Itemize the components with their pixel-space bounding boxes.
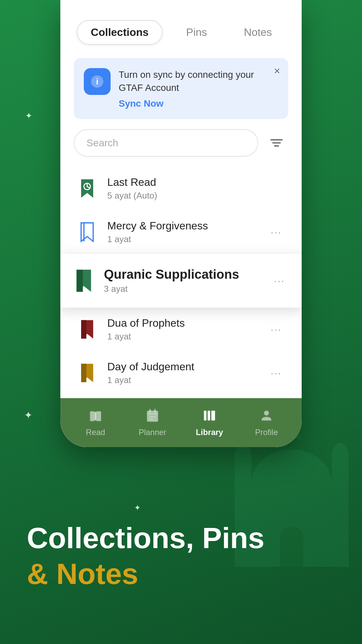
more-button[interactable]: ··· xyxy=(267,223,285,242)
more-button[interactable]: ··· xyxy=(267,364,285,383)
item-title: Last Read xyxy=(107,176,285,189)
search-placeholder: Search xyxy=(86,137,118,149)
promo-subheadline: & Notes xyxy=(27,558,335,590)
nav-label-profile: Profile xyxy=(255,428,278,437)
nav-item-planner[interactable]: Planner xyxy=(124,406,181,437)
sync-text-block: Turn on sync by connecting your GTAF Acc… xyxy=(119,68,278,109)
filter-button[interactable] xyxy=(265,131,288,155)
star-5: ✦ xyxy=(134,503,141,513)
collection-list: Last Read 5 ayat (Auto) Mercy & Forgiven… xyxy=(60,163,302,398)
planner-icon xyxy=(143,406,162,425)
filter-icon xyxy=(269,136,284,150)
item-title: Day of Judgement xyxy=(107,361,257,373)
bookmark-icon-quranic xyxy=(74,271,94,291)
more-button[interactable]: ··· xyxy=(267,320,285,339)
phone-frame: Collections Pins Notes i Turn on sync by… xyxy=(60,0,302,447)
list-item[interactable]: Mercy & Forgiveness 1 ayat ··· xyxy=(60,210,302,254)
bookmark-icon-last-read xyxy=(77,178,97,199)
nav-item-read[interactable]: Read xyxy=(67,406,124,437)
promo-headline: Collections, Pins xyxy=(27,522,335,554)
nav-label-planner: Planner xyxy=(139,428,167,437)
svg-rect-17 xyxy=(147,411,158,422)
item-text-quranic: Quranic Supplications 3 ayat xyxy=(104,267,260,294)
tab-collections[interactable]: Collections xyxy=(77,20,163,45)
tab-pins[interactable]: Pins xyxy=(173,21,220,44)
item-title: Quranic Supplications xyxy=(104,267,260,282)
item-title: Dua of Prophets xyxy=(107,317,257,329)
item-title: Mercy & Forgiveness xyxy=(107,220,257,232)
tab-bar: Collections Pins Notes xyxy=(60,13,302,55)
list-item[interactable]: Dua of Prophets 1 ayat ··· xyxy=(60,308,302,351)
sync-icon: i xyxy=(84,68,111,95)
search-row: Search xyxy=(74,129,288,157)
item-text-mercy: Mercy & Forgiveness 1 ayat xyxy=(107,220,257,245)
item-text-last-read: Last Read 5 ayat (Auto) xyxy=(107,176,285,201)
item-text-dua: Dua of Prophets 1 ayat xyxy=(107,317,257,342)
star-3: ✦ xyxy=(25,111,33,121)
nav-item-library[interactable]: Library xyxy=(181,406,238,437)
svg-rect-25 xyxy=(212,411,215,421)
svg-rect-23 xyxy=(204,411,206,421)
bottom-navigation: Read Planner xyxy=(60,398,302,447)
svg-point-5 xyxy=(332,443,349,470)
star-4: ✦ xyxy=(24,409,33,421)
nav-label-library: Library xyxy=(196,428,223,437)
read-icon xyxy=(86,406,105,425)
item-subtitle: 1 ayat xyxy=(107,331,257,342)
info-icon: i xyxy=(90,74,105,89)
sync-now-link[interactable]: Sync Now xyxy=(119,98,278,109)
item-subtitle: 3 ayat xyxy=(104,284,260,294)
nav-label-read: Read xyxy=(86,428,105,437)
sync-close-button[interactable]: × xyxy=(274,65,280,77)
search-input[interactable]: Search xyxy=(74,129,258,157)
bookmark-icon-dua xyxy=(77,319,97,339)
svg-point-26 xyxy=(264,411,269,416)
list-item[interactable]: Last Read 5 ayat (Auto) xyxy=(60,167,302,210)
sync-title: Turn on sync by connecting your GTAF Acc… xyxy=(119,68,278,94)
phone-content: Collections Pins Notes i Turn on sync by… xyxy=(60,0,302,447)
item-subtitle: 1 ayat xyxy=(107,234,257,245)
more-button[interactable]: ··· xyxy=(270,271,288,290)
svg-rect-24 xyxy=(208,411,210,421)
item-subtitle: 1 ayat xyxy=(107,375,257,385)
svg-text:i: i xyxy=(96,77,98,86)
promo-text-block: Collections, Pins & Notes xyxy=(27,522,335,590)
highlighted-item-wrapper: Quranic Supplications 3 ayat ··· xyxy=(60,254,302,308)
item-text-judgement: Day of Judgement 1 ayat xyxy=(107,361,257,385)
library-icon xyxy=(200,406,219,425)
item-subtitle: 5 ayat (Auto) xyxy=(107,191,285,201)
sync-banner: i Turn on sync by connecting your GTAF A… xyxy=(74,58,288,119)
tab-notes[interactable]: Notes xyxy=(231,21,286,44)
bookmark-icon-judgement xyxy=(77,363,97,383)
bookmark-icon-mercy xyxy=(77,222,97,242)
list-item[interactable]: Quranic Supplications 3 ayat ··· xyxy=(60,257,302,304)
nav-item-profile[interactable]: Profile xyxy=(238,406,295,437)
profile-icon xyxy=(257,406,276,425)
list-item[interactable]: Day of Judgement 1 ayat ··· xyxy=(60,351,302,395)
